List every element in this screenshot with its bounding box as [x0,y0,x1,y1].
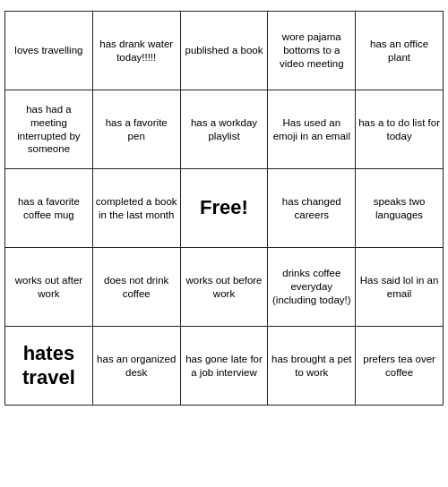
cell-text-1-3: Has used an emoji in an email [273,117,350,141]
cell-2-0[interactable]: has a favorite coffee mug [5,169,93,248]
cell-text-4-4: prefers tea over coffee [363,354,435,378]
cell-1-0[interactable]: has had a meeting interrupted by someone [5,90,93,169]
cell-text-3-3: drinks coffee everyday (including today!… [272,268,351,305]
cell-text-1-0: has had a meeting interrupted by someone [17,104,80,155]
cell-3-4[interactable]: Has said lol in an email [356,248,444,327]
cell-0-0[interactable]: loves travelling [5,12,93,90]
cell-text-3-0: works out after work [15,275,82,299]
cell-4-3[interactable]: has brought a pet to work [268,327,356,406]
cell-text-0-0: loves travelling [14,45,82,56]
cell-text-0-3: wore pajama bottoms to a video meeting [280,31,344,69]
cell-4-1[interactable]: has an organized desk [92,327,180,406]
cell-text-4-0: hates travel [22,342,75,388]
cell-text-2-1: completed a book in the last month [96,196,177,220]
cell-4-0[interactable]: hates travel [5,327,93,406]
cell-1-3[interactable]: Has used an emoji in an email [268,90,356,169]
cell-1-1[interactable]: has a favorite pen [92,90,180,169]
cell-1-2[interactable]: has a workday playlist [180,90,268,169]
cell-text-1-1: has a favorite pen [106,117,168,141]
cell-1-4[interactable]: has a to do list for today [356,90,444,169]
cell-text-0-1: has drank water today!!!!! [99,38,173,63]
cell-text-3-1: does not drink coffee [104,275,168,299]
cell-3-1[interactable]: does not drink coffee [92,248,180,327]
cell-3-3[interactable]: drinks coffee everyday (including today!… [268,248,356,327]
cell-text-0-2: published a book [185,45,263,56]
cell-text-0-4: has an office plant [370,38,428,63]
cell-0-1[interactable]: has drank water today!!!!! [92,12,180,90]
cell-text-2-0: has a favorite coffee mug [18,196,80,220]
cell-text-2-4: speaks two languages [374,196,426,220]
cell-4-4[interactable]: prefers tea over coffee [356,327,444,406]
cell-text-3-4: Has said lol in an email [360,275,439,299]
cell-text-4-3: has brought a pet to work [271,354,352,378]
cell-3-2[interactable]: works out before work [180,248,268,327]
cell-text-1-4: has a to do list for today [358,117,440,141]
bingo-grid: loves travellinghas drank water today!!!… [4,11,444,406]
cell-text-3-2: works out before work [186,275,263,299]
cell-text-2-3: has changed careers [282,196,341,220]
cell-2-2[interactable]: Free! [180,169,268,248]
cell-text-1-2: has a workday playlist [191,117,257,141]
cell-2-1[interactable]: completed a book in the last month [92,169,180,248]
cell-4-2[interactable]: has gone late for a job interview [180,327,268,406]
cell-0-3[interactable]: wore pajama bottoms to a video meeting [268,12,356,90]
cell-0-4[interactable]: has an office plant [356,12,444,90]
cell-2-3[interactable]: has changed careers [268,169,356,248]
cell-text-2-2: Free! [200,196,248,218]
cell-0-2[interactable]: published a book [180,12,268,90]
cell-2-4[interactable]: speaks two languages [356,169,444,248]
cell-text-4-2: has gone late for a job interview [185,354,263,378]
cell-text-4-1: has an organized desk [97,354,176,378]
cell-3-0[interactable]: works out after work [5,248,93,327]
